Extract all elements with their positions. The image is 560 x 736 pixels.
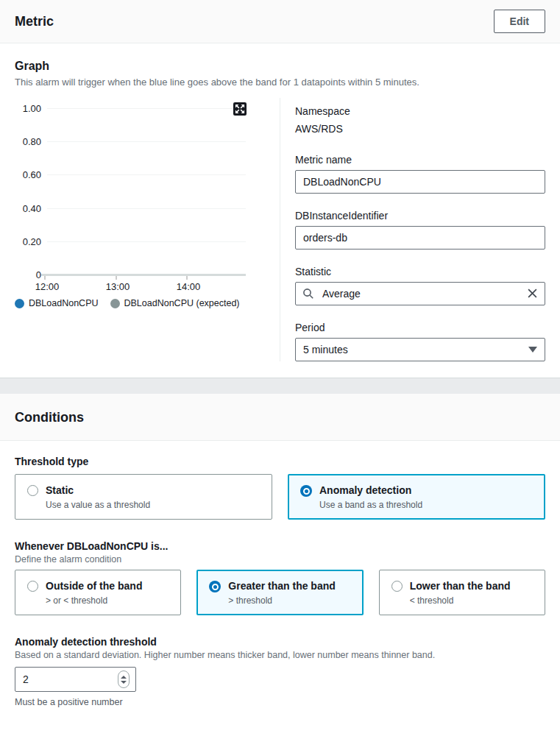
metric-title: Metric xyxy=(15,14,54,29)
metric-card: Metric Edit Graph This alarm will trigge… xyxy=(0,0,560,378)
anomaly-threshold-group: Anomaly detection threshold Based on a s… xyxy=(15,636,545,707)
legend-item-actual[interactable]: DBLoadNonCPU xyxy=(15,298,99,308)
tile-title: Lower than the band xyxy=(410,579,511,593)
tile-greater-than-band[interactable]: Greater than the band > threshold xyxy=(196,570,363,615)
radio-unchecked-icon[interactable] xyxy=(27,485,38,496)
y-axis-tick: 0.80 xyxy=(15,136,41,147)
radio-checked-icon[interactable] xyxy=(300,485,312,497)
period-select[interactable]: 5 minutes xyxy=(295,338,545,361)
threshold-type-group: Threshold type Static Use a value as a t… xyxy=(15,456,545,520)
stepper-up-icon[interactable] xyxy=(121,676,127,679)
edit-button[interactable]: Edit xyxy=(494,10,545,33)
tile-lower-than-band[interactable]: Lower than the band < threshold xyxy=(379,570,545,615)
x-axis-tickmark xyxy=(186,276,188,280)
tile-title: Anomaly detection xyxy=(319,484,422,498)
gridline xyxy=(47,208,246,209)
tile-title: Outside of the band xyxy=(46,579,142,593)
gridline xyxy=(47,141,246,142)
x-axis-tickmark xyxy=(44,276,46,280)
namespace-value: AWS/RDS xyxy=(295,123,545,135)
x-axis-line xyxy=(41,274,246,276)
legend-label: DBLoadNonCPU (expected) xyxy=(124,298,240,308)
conditions-body: Threshold type Static Use a value as a t… xyxy=(0,441,560,722)
tile-description: Use a band as a threshold xyxy=(319,500,422,510)
anomaly-threshold-label: Anomaly detection threshold xyxy=(15,636,545,648)
metric-name-input[interactable] xyxy=(295,170,545,194)
condition-label: Whenever DBLoadNonCPU is... xyxy=(15,540,545,552)
tile-static[interactable]: Static Use a value as a threshold xyxy=(15,474,272,520)
anomaly-threshold-description: Based on a standard deviation. Higher nu… xyxy=(15,650,545,660)
x-axis-tickmark xyxy=(116,276,117,280)
statistic-input[interactable] xyxy=(295,282,545,305)
tile-description: Use a value as a threshold xyxy=(46,500,150,510)
y-axis-tick: 0 xyxy=(15,269,41,280)
tile-description: < threshold xyxy=(410,595,511,606)
x-axis-tick: 14:00 xyxy=(172,281,205,292)
section-divider xyxy=(0,378,560,394)
metric-card-header: Metric Edit xyxy=(0,0,560,43)
search-icon xyxy=(302,288,314,302)
close-icon[interactable] xyxy=(527,288,538,302)
threshold-type-label: Threshold type xyxy=(15,456,545,467)
legend-label: DBLoadNonCPU xyxy=(29,298,99,308)
tile-outside-band[interactable]: Outside of the band > or < threshold xyxy=(15,570,181,615)
radio-unchecked-icon[interactable] xyxy=(391,581,403,592)
tile-description: > threshold xyxy=(228,595,335,606)
y-axis-tick: 0.20 xyxy=(15,236,41,247)
y-axis-tick: 0.40 xyxy=(15,203,41,214)
x-axis-tick: 12:00 xyxy=(31,281,63,292)
stepper-down-icon[interactable] xyxy=(121,681,127,684)
y-axis-tick: 0.60 xyxy=(15,169,41,180)
period-label: Period xyxy=(295,322,545,333)
metric-body: Graph This alarm will trigger when the b… xyxy=(0,43,560,378)
number-stepper-icon[interactable] xyxy=(118,670,130,688)
dimension-input[interactable] xyxy=(295,226,545,250)
gridline xyxy=(47,241,246,242)
statistic-label: Statistic xyxy=(295,266,545,277)
period-selected-value: 5 minutes xyxy=(303,344,348,355)
tile-title: Static xyxy=(46,484,150,498)
tile-anomaly-detection[interactable]: Anomaly detection Use a band as a thresh… xyxy=(288,474,545,520)
y-axis-tick: 1.00 xyxy=(15,103,41,114)
expand-arrows-icon[interactable] xyxy=(233,102,247,116)
gridline xyxy=(47,174,246,175)
tile-description: > or < threshold xyxy=(46,595,142,606)
conditions-card: Conditions Threshold type Static Use a v… xyxy=(0,394,560,722)
radio-unchecked-icon[interactable] xyxy=(27,581,38,592)
namespace-label: Namespace xyxy=(295,105,545,117)
condition-sublabel: Define the alarm condition xyxy=(15,554,545,565)
metric-name-label: Metric name xyxy=(295,154,545,166)
radio-checked-icon[interactable] xyxy=(209,581,221,592)
tile-title: Greater than the band xyxy=(228,579,335,593)
metric-form: Namespace AWS/RDS Metric name DBInstance… xyxy=(280,98,545,361)
x-axis-tick: 13:00 xyxy=(102,281,134,292)
chevron-down-icon xyxy=(528,347,537,353)
threshold-constraint-text: Must be a positive number xyxy=(15,697,545,707)
alarm-condition-group: Whenever DBLoadNonCPU is... Define the a… xyxy=(15,540,545,615)
legend-item-expected[interactable]: DBLoadNonCPU (expected) xyxy=(110,298,240,308)
chart-legend: DBLoadNonCPU DBLoadNonCPU (expected) xyxy=(15,298,240,308)
conditions-card-header: Conditions xyxy=(0,394,560,441)
graph-description: This alarm will trigger when the blue li… xyxy=(15,77,545,88)
graph-heading: Graph xyxy=(15,60,545,73)
legend-swatch-gray xyxy=(110,299,120,308)
legend-swatch-blue xyxy=(15,299,24,308)
gridline xyxy=(47,108,246,109)
conditions-title: Conditions xyxy=(15,410,545,425)
dimension-label: DBInstanceIdentifier xyxy=(295,210,545,222)
metric-chart: 1.00 0.80 0.60 0.40 0.20 0 12:00 13:00 1… xyxy=(15,98,280,319)
